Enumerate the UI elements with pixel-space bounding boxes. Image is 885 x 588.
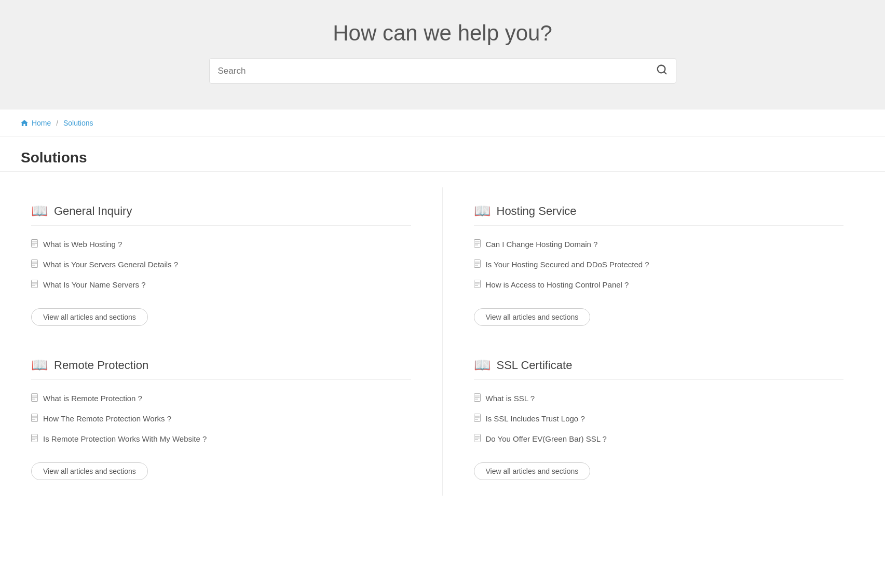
- book-icon: 📖: [474, 357, 491, 373]
- article-item: Is SSL Includes Trust Logo ?: [474, 408, 844, 429]
- home-icon: [21, 120, 28, 126]
- view-all-button[interactable]: View all articles and sections: [474, 308, 591, 326]
- document-icon: [474, 259, 481, 269]
- article-item: What is Your Servers General Details ?: [31, 254, 411, 275]
- article-item: What is Web Hosting ?: [31, 234, 411, 254]
- breadcrumb-separator: /: [56, 119, 58, 127]
- hero-section: How can we help you?: [0, 0, 885, 110]
- breadcrumb-home[interactable]: Home: [32, 119, 51, 127]
- article-link[interactable]: How The Remote Protection Works ?: [43, 414, 171, 423]
- page-title-section: Solutions: [0, 137, 885, 172]
- document-icon: [31, 414, 38, 423]
- card-title: General Inquiry: [54, 204, 132, 218]
- breadcrumb: Home / Solutions: [0, 110, 885, 137]
- article-item: How is Access to Hosting Control Panel ?: [474, 275, 844, 295]
- breadcrumb-current: Solutions: [63, 119, 93, 127]
- view-all-button[interactable]: View all articles and sections: [31, 462, 148, 480]
- search-bar: [209, 58, 676, 84]
- solution-card-ssl-certificate: 📖 SSL Certificate What is SSL ?: [443, 341, 865, 496]
- card-header: 📖 SSL Certificate: [474, 357, 844, 380]
- document-icon: [31, 239, 38, 249]
- search-input[interactable]: [218, 66, 656, 76]
- card-title: SSL Certificate: [497, 359, 573, 372]
- article-item: Is Your Hosting Secured and DDoS Protect…: [474, 254, 844, 275]
- article-list: What is Remote Protection ? How The Remo…: [31, 388, 411, 449]
- article-link[interactable]: How is Access to Hosting Control Panel ?: [486, 280, 629, 289]
- document-icon: [474, 414, 481, 423]
- article-item: Can I Change Hosting Domain ?: [474, 234, 844, 254]
- svg-line-1: [664, 72, 666, 74]
- article-list: What is SSL ? Is SSL Includes Trust Logo…: [474, 388, 844, 449]
- card-title: Remote Protection: [54, 359, 148, 372]
- article-link[interactable]: What is Web Hosting ?: [43, 240, 122, 249]
- document-icon: [474, 239, 481, 249]
- article-link[interactable]: What is Remote Protection ?: [43, 394, 142, 403]
- article-item: What is Remote Protection ?: [31, 388, 411, 408]
- book-icon: 📖: [31, 357, 48, 373]
- document-icon: [31, 259, 38, 269]
- article-item: What Is Your Name Servers ?: [31, 275, 411, 295]
- document-icon: [474, 434, 481, 444]
- document-icon: [31, 393, 38, 403]
- document-icon: [31, 434, 38, 444]
- article-link[interactable]: Can I Change Hosting Domain ?: [486, 240, 598, 249]
- article-link[interactable]: Is Your Hosting Secured and DDoS Protect…: [486, 260, 649, 269]
- search-icon: [656, 64, 668, 78]
- article-item: Is Remote Protection Works With My Websi…: [31, 429, 411, 449]
- article-link[interactable]: What Is Your Name Servers ?: [43, 280, 146, 289]
- book-icon: 📖: [31, 203, 48, 219]
- article-link[interactable]: What is Your Servers General Details ?: [43, 260, 178, 269]
- solution-card-remote-protection: 📖 Remote Protection What is Remote Prote…: [21, 341, 443, 496]
- book-icon: 📖: [474, 203, 491, 219]
- view-all-button[interactable]: View all articles and sections: [474, 462, 591, 480]
- article-list: What is Web Hosting ? What is Your Serve…: [31, 234, 411, 295]
- solutions-grid: 📖 General Inquiry What is Web Hosting ?: [0, 172, 885, 516]
- card-header: 📖 General Inquiry: [31, 203, 411, 226]
- article-link[interactable]: Is Remote Protection Works With My Websi…: [43, 434, 207, 443]
- card-header: 📖 Hosting Service: [474, 203, 844, 226]
- view-all-button[interactable]: View all articles and sections: [31, 308, 148, 326]
- card-title: Hosting Service: [497, 204, 577, 218]
- card-header: 📖 Remote Protection: [31, 357, 411, 380]
- article-item: Do You Offer EV(Green Bar) SSL ?: [474, 429, 844, 449]
- document-icon: [31, 280, 38, 290]
- article-link[interactable]: Do You Offer EV(Green Bar) SSL ?: [486, 434, 607, 443]
- solution-card-general-inquiry: 📖 General Inquiry What is Web Hosting ?: [21, 187, 443, 341]
- page-title: Solutions: [21, 149, 864, 166]
- article-item: How The Remote Protection Works ?: [31, 408, 411, 429]
- article-link[interactable]: What is SSL ?: [486, 394, 535, 403]
- hero-title: How can we help you?: [10, 21, 875, 46]
- solution-card-hosting-service: 📖 Hosting Service Can I Change Hosting D…: [443, 187, 865, 341]
- article-link[interactable]: Is SSL Includes Trust Logo ?: [486, 414, 585, 423]
- document-icon: [474, 393, 481, 403]
- article-list: Can I Change Hosting Domain ? Is Your Ho…: [474, 234, 844, 295]
- article-item: What is SSL ?: [474, 388, 844, 408]
- document-icon: [474, 280, 481, 290]
